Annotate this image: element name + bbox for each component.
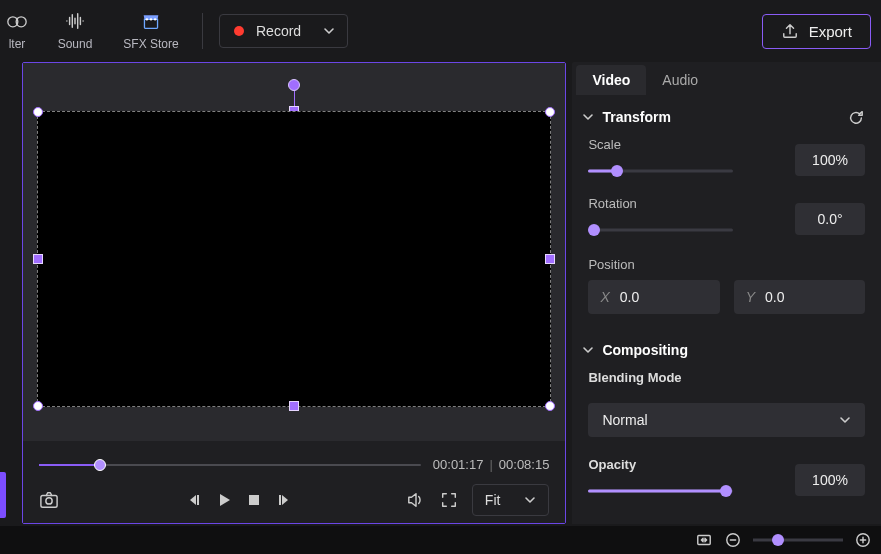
zoom-in-button[interactable] (855, 532, 871, 548)
reset-transform-button[interactable] (847, 109, 865, 125)
export-icon (781, 23, 799, 39)
time-current: 00:01:17 (433, 457, 484, 472)
opacity-slider[interactable] (588, 480, 733, 502)
export-label: Export (809, 23, 852, 40)
preview-controls: 00:01:17|00:08:15 (23, 441, 566, 523)
tab-audio[interactable]: Audio (646, 65, 714, 95)
compositing-section-header[interactable]: Compositing (572, 328, 881, 366)
timecode: 00:01:17|00:08:15 (433, 457, 550, 472)
sound-icon (64, 11, 86, 31)
properties-tabs: Video Audio (572, 62, 881, 95)
compositing-title: Compositing (602, 342, 688, 358)
fit-label: Fit (485, 492, 501, 508)
snapshot-button[interactable] (39, 491, 59, 509)
chevron-down-icon (323, 25, 335, 37)
handle-bm[interactable] (289, 401, 299, 411)
top-toolbar: lter Sound SFX Store Record Export (0, 0, 881, 62)
zoom-out-button[interactable] (725, 532, 741, 548)
bottom-toolbar (0, 526, 881, 554)
svg-point-2 (146, 18, 148, 20)
blending-label: Blending Mode (588, 370, 865, 385)
rotation-value[interactable]: 0.0° (795, 203, 865, 235)
svg-point-6 (46, 498, 52, 504)
rotation-label: Rotation (588, 196, 779, 211)
svg-point-4 (154, 18, 156, 20)
play-button[interactable] (216, 492, 232, 508)
left-tab-handle[interactable] (0, 472, 6, 518)
svg-point-3 (150, 18, 152, 20)
handle-tl[interactable] (33, 107, 43, 117)
position-x-value: 0.0 (620, 289, 639, 305)
toolbar-divider (202, 13, 203, 49)
time-total: 00:08:15 (499, 457, 550, 472)
tab-video[interactable]: Video (576, 65, 646, 95)
handle-bl[interactable] (33, 401, 43, 411)
opacity-label: Opacity (588, 457, 779, 472)
svg-rect-8 (249, 495, 259, 505)
preview-canvas[interactable] (23, 63, 566, 441)
scale-slider[interactable] (588, 160, 733, 182)
filter-icon (7, 11, 27, 31)
fullscreen-button[interactable] (440, 491, 458, 509)
filter-tool[interactable]: lter (0, 1, 34, 61)
position-y-input[interactable]: Y 0.0 (734, 280, 865, 314)
record-button[interactable]: Record (219, 14, 348, 48)
position-y-prefix: Y (746, 289, 755, 305)
stop-button[interactable] (246, 492, 262, 508)
prev-frame-button[interactable] (186, 492, 202, 508)
sound-label: Sound (58, 37, 93, 51)
position-label: Position (588, 257, 865, 272)
sfx-store-label: SFX Store (123, 37, 178, 51)
chevron-down-icon (524, 494, 536, 506)
store-icon (141, 11, 161, 31)
properties-panel: Video Audio Transform Scale (572, 62, 881, 524)
position-x-input[interactable]: X 0.0 (588, 280, 719, 314)
opacity-value[interactable]: 100% (795, 464, 865, 496)
handle-mr[interactable] (545, 254, 555, 264)
scale-value[interactable]: 100% (795, 144, 865, 176)
sound-tool[interactable]: Sound (40, 1, 110, 61)
record-icon (234, 26, 244, 36)
blending-value: Normal (602, 412, 647, 428)
svg-rect-9 (279, 495, 281, 505)
chevron-down-icon (582, 111, 594, 123)
zoom-slider[interactable] (753, 533, 843, 547)
export-button[interactable]: Export (762, 14, 871, 49)
left-gutter (0, 62, 22, 524)
record-label: Record (256, 23, 301, 39)
position-x-prefix: X (600, 289, 609, 305)
handle-tr[interactable] (545, 107, 555, 117)
transform-title: Transform (602, 109, 670, 125)
chevron-down-icon (839, 414, 851, 426)
speed-section-header[interactable]: Speed (572, 516, 881, 524)
timeline-scrubber[interactable] (39, 464, 421, 466)
blending-mode-select[interactable]: Normal (588, 403, 865, 437)
chevron-down-icon (582, 344, 594, 356)
rotate-handle[interactable] (288, 79, 300, 91)
handle-ml[interactable] (33, 254, 43, 264)
fit-select[interactable]: Fit (472, 484, 550, 516)
sfx-store-tool[interactable]: SFX Store (116, 1, 186, 61)
main-row: 00:01:17|00:08:15 (0, 62, 881, 524)
filter-label: lter (9, 37, 26, 51)
preview-panel: 00:01:17|00:08:15 (22, 62, 567, 524)
volume-button[interactable] (406, 491, 426, 509)
transform-section-header[interactable]: Transform (572, 95, 881, 133)
handle-br[interactable] (545, 401, 555, 411)
rotation-slider[interactable] (588, 219, 733, 241)
svg-rect-7 (197, 495, 199, 505)
fit-width-button[interactable] (695, 532, 713, 548)
next-frame-button[interactable] (276, 492, 292, 508)
selection-bounding-box[interactable] (37, 111, 552, 407)
position-y-value: 0.0 (765, 289, 784, 305)
scale-label: Scale (588, 137, 779, 152)
